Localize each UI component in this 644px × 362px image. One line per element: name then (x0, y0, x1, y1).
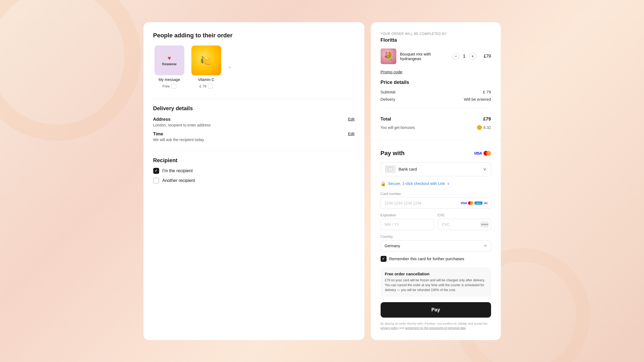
mastercard-logo-icon (483, 151, 491, 156)
remember-label: Remember this card for further purchases (389, 256, 465, 261)
card-number-group: Card number VISA AMEX DC (381, 192, 491, 209)
privacy-policy-link[interactable]: privacy policy (381, 326, 398, 330)
product-price-message: Free (162, 84, 176, 89)
pay-button[interactable]: Pay (381, 302, 491, 318)
order-panel: YOUR ORDER WILL BE COMPLETED BY: Floritt… (371, 22, 501, 140)
divider-1 (153, 99, 355, 99)
remember-checkbox[interactable] (381, 256, 387, 262)
time-info: Time We will ask the recipient today (153, 132, 204, 142)
cvc-icon (481, 222, 488, 227)
recipient-self-checkbox[interactable] (153, 168, 159, 174)
products-chevron-icon[interactable]: › (227, 64, 233, 70)
lock-icon: 🔒 (381, 181, 386, 186)
recipient-another-label: Another recipient (162, 178, 195, 183)
vitamin-checkbox[interactable] (208, 84, 213, 89)
card-type-icons: VISA AMEX DC (460, 201, 488, 205)
time-row: Time We will ask the recipient today Edi… (153, 132, 355, 142)
cvc-wrap (438, 219, 491, 230)
expiration-group: Expiration (381, 213, 434, 230)
message-image: ♥ flowwow (155, 45, 184, 75)
total-value: £79 (483, 116, 491, 122)
card-logos: VISA (474, 151, 491, 156)
bonus-value-wrap: 6.32 (477, 125, 491, 130)
bonus-amount: 6.32 (483, 125, 491, 130)
bank-card-label: Bank card (399, 167, 417, 171)
subtotal-label: Subtotal (381, 90, 395, 94)
divider-price (381, 108, 491, 108)
time-edit-button[interactable]: Edit (348, 132, 354, 136)
secure-chevron-icon: ∨ (447, 182, 450, 185)
country-group: Country Germany United Kingdom France Un… (381, 234, 491, 252)
price-details-title: Price details (381, 80, 491, 85)
card-chip-icon (385, 166, 395, 173)
payment-panel: Pay with VISA Bank card ∨ 🔒 Secure, 1-cl… (371, 140, 501, 340)
lemon-visual: 🍋 (191, 45, 221, 75)
recipient-self-label: I'm the recipient (162, 168, 193, 173)
left-panel: People adding to their order ♥ flowwow M… (143, 22, 364, 340)
recipient-option-another[interactable]: Another recipient (153, 178, 355, 184)
address-info: Address London, recipient to enter addre… (153, 117, 211, 127)
recipient-section: Recipient I'm the recipient Another reci… (153, 157, 355, 184)
heart-icon: ♥ (168, 55, 171, 62)
small-visa-icon: VISA (460, 201, 467, 204)
card-number-label: Card number (381, 192, 491, 196)
product-card-message: ♥ flowwow My message Free (153, 45, 186, 89)
product-card-vitamin: 🍋 Vitamin C £ 79 (190, 45, 223, 89)
terms-text: By placing an order directly with «Flori… (381, 321, 491, 330)
bank-card-selector[interactable]: Bank card ∨ (381, 162, 491, 176)
bouquet-name: Bouquet mix with hydrangeas (400, 52, 449, 61)
page-container: People adding to their order ♥ flowwow M… (143, 22, 501, 340)
personal-data-link[interactable]: agreement on the processing of personal … (405, 326, 466, 330)
total-label: Total (381, 116, 391, 122)
total-row: Total £79 (381, 115, 491, 122)
recipient-title: Recipient (153, 157, 355, 164)
item-price: £79 (484, 54, 491, 59)
recipient-another-checkbox[interactable] (153, 178, 159, 184)
right-panels: YOUR ORDER WILL BE COMPLETED BY: Floritt… (371, 22, 501, 340)
expiration-input[interactable] (381, 219, 434, 230)
delivery-title: Delivery details (153, 105, 355, 112)
address-label: Address (153, 117, 211, 122)
address-row: Address London, recipient to enter addre… (153, 117, 355, 127)
free-cancel-text: £79 on your card will be frozen and will… (385, 278, 487, 292)
country-select[interactable]: Germany United Kingdom France United Sta… (381, 240, 491, 252)
card-chip-lines (388, 167, 393, 171)
remember-row[interactable]: Remember this card for further purchases (381, 256, 491, 262)
exp-cvc-row: Expiration CVC (381, 213, 491, 234)
country-label: Country (381, 234, 491, 239)
decrease-quantity-button[interactable]: − (452, 53, 459, 60)
divider-2 (153, 151, 355, 151)
bank-card-left: Bank card (385, 166, 417, 173)
people-adding-title: People adding to their order (153, 32, 355, 39)
quantity-value: 1 (462, 54, 466, 59)
secure-checkout-link[interactable]: 🔒 Secure, 1-click checkout with Link ∨ (381, 181, 491, 186)
florist-name: Floritta (381, 37, 491, 43)
time-value: We will ask the recipient today (153, 138, 204, 142)
flowwow-logo: ♥ flowwow (162, 55, 177, 66)
time-label: Time (153, 132, 204, 136)
address-value: London, recipient to enter address (153, 123, 211, 127)
vitamin-image: 🍋 (191, 45, 221, 75)
cvc-label: CVC (438, 213, 491, 217)
product-name-vitamin: Vitamin C (198, 77, 214, 82)
free-cancellation-box: Free order cancellation £79 on your card… (381, 267, 491, 297)
completed-by-label: YOUR ORDER WILL BE COMPLETED BY: (381, 32, 491, 36)
recipient-option-self[interactable]: I'm the recipient (153, 168, 355, 174)
address-edit-button[interactable]: Edit (348, 117, 354, 121)
visa-logo-icon: VISA (474, 151, 482, 155)
bonus-dot-icon (477, 125, 482, 130)
bonus-label: You will get bonuses (381, 125, 415, 130)
free-cancel-title: Free order cancellation (385, 272, 487, 276)
bouquet-image: 💐 (381, 48, 396, 64)
small-amex-icon: AMEX (475, 201, 482, 204)
promo-code-link[interactable]: Promo code (381, 70, 403, 74)
message-checkbox[interactable] (171, 84, 176, 89)
subtotal-row: Subtotal £ 79 (381, 90, 491, 94)
increase-quantity-button[interactable]: + (469, 53, 476, 60)
delivery-row: Delivery Will be entered (381, 97, 491, 102)
delivery-section: Delivery details Address London, recipie… (153, 105, 355, 142)
secure-checkout-text: Secure, 1-click checkout with Link (388, 181, 445, 186)
cvc-group: CVC (438, 213, 491, 230)
cvc-stripe (481, 224, 488, 225)
product-price-vitamin: £ 79 (200, 84, 213, 89)
